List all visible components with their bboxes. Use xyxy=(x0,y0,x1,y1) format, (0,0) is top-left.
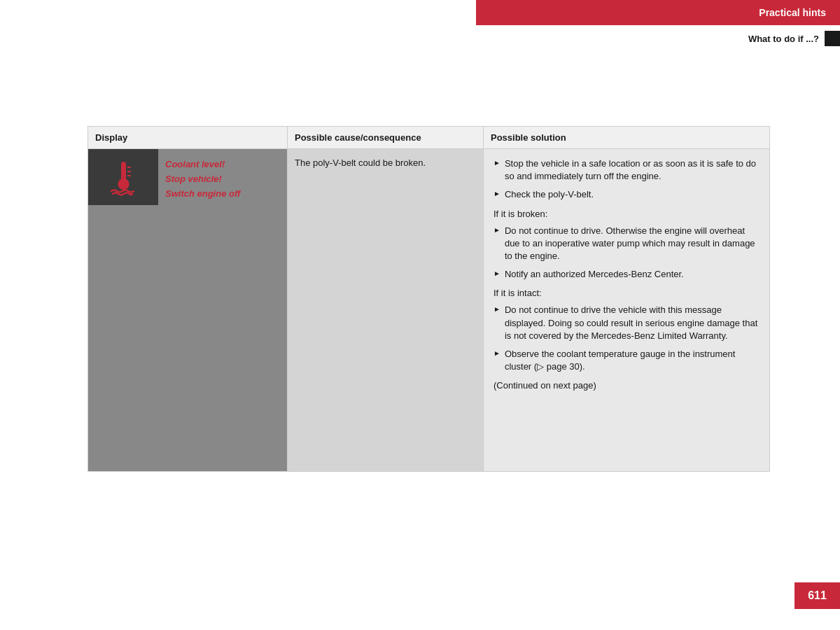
bullet-arrow-icon: ► xyxy=(493,349,500,357)
col-header-display: Display xyxy=(88,127,288,149)
coolant-warning-text: Coolant level! Stop vehicle! Switch engi… xyxy=(165,158,240,201)
warning-line1: Coolant level! xyxy=(165,158,240,172)
svg-rect-3 xyxy=(127,171,131,172)
continued-text: (Continued on next page) xyxy=(493,380,760,391)
solution-item-5: ► Do not continue to drive the vehicle w… xyxy=(493,304,760,342)
bullet-arrow-icon: ► xyxy=(493,159,500,167)
warning-line2: Stop vehicle! xyxy=(165,172,240,187)
condition-broken: If it is broken: xyxy=(493,209,760,219)
warning-line3: Switch engine off xyxy=(165,187,240,202)
solution-cell: ► Stop the vehicle in a safe location or… xyxy=(484,149,770,472)
solution-text-6: Observe the coolant temperature gauge in… xyxy=(505,348,760,373)
svg-rect-4 xyxy=(127,175,131,176)
solution-item-6: ► Observe the coolant temperature gauge … xyxy=(493,348,760,373)
solution-item-4: ► Notify an authorized Mercedes-Benz Cen… xyxy=(493,268,760,281)
svg-point-1 xyxy=(118,178,129,190)
main-content: Display Possible cause/consequence Possi… xyxy=(88,126,770,472)
black-square-decoration xyxy=(825,31,840,46)
bullet-arrow-icon: ► xyxy=(493,305,500,313)
solution-text-3: Do not continue to drive. Otherwise the … xyxy=(505,225,760,263)
solution-item-3: ► Do not continue to drive. Otherwise th… xyxy=(493,225,760,263)
display-cell: Coolant level! Stop vehicle! Switch engi… xyxy=(88,149,288,472)
display-cell-inner: Coolant level! Stop vehicle! Switch engi… xyxy=(88,149,287,471)
cause-text: The poly-V-belt could be broken. xyxy=(295,158,426,168)
table-row: Coolant level! Stop vehicle! Switch engi… xyxy=(88,149,770,472)
section-title-bar: Practical hints xyxy=(476,0,840,25)
subtitle-bar: What to do if ...? xyxy=(476,25,840,52)
page-number-box: 611 xyxy=(794,582,840,609)
cause-cell: The poly-V-belt could be broken. xyxy=(288,149,484,472)
section-title: Practical hints xyxy=(759,7,826,18)
solution-text-5: Do not continue to drive the vehicle wit… xyxy=(505,304,760,342)
bullet-arrow-icon: ► xyxy=(493,270,500,277)
solution-text-1: Stop the vehicle in a safe location or a… xyxy=(505,158,760,183)
svg-rect-0 xyxy=(121,162,126,181)
header-section: Practical hints What to do if ...? xyxy=(476,0,840,52)
bullet-arrow-icon: ► xyxy=(493,226,500,234)
col-header-solution: Possible solution xyxy=(484,127,770,149)
coolant-warning-icon xyxy=(104,158,143,197)
solution-text-4: Notify an authorized Mercedes-Benz Cente… xyxy=(505,268,684,281)
solution-item-1: ► Stop the vehicle in a safe location or… xyxy=(493,158,760,183)
warning-icon-area xyxy=(88,149,158,205)
col-header-cause: Possible cause/consequence xyxy=(288,127,484,149)
bullet-arrow-icon: ► xyxy=(493,190,500,197)
subtitle-text: What to do if ...? xyxy=(748,34,819,44)
table-header-row: Display Possible cause/consequence Possi… xyxy=(88,127,770,149)
display-text-area: Coolant level! Stop vehicle! Switch engi… xyxy=(158,149,247,209)
solution-text-2: Check the poly-V-belt. xyxy=(505,188,594,201)
page-number: 611 xyxy=(808,589,827,601)
solution-item-2: ► Check the poly-V-belt. xyxy=(493,188,760,201)
data-table: Display Possible cause/consequence Possi… xyxy=(88,126,770,472)
svg-rect-2 xyxy=(127,167,131,168)
condition-intact: If it is intact: xyxy=(493,288,760,298)
